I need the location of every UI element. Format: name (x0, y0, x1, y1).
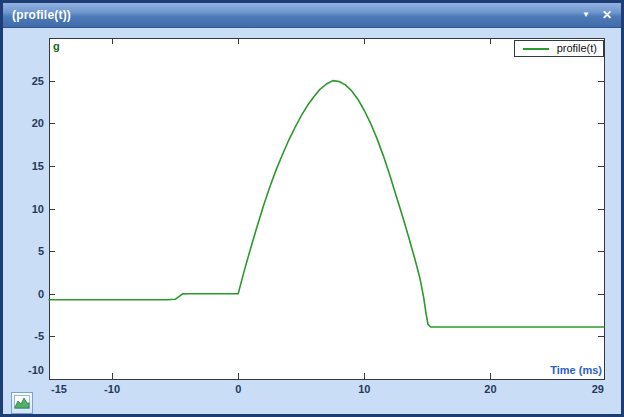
y-axis-unit-label: g (53, 40, 60, 52)
plot-canvas[interactable] (6, 31, 624, 417)
y-tick-label: 5 (6, 244, 44, 258)
y-tick-label: 20 (6, 116, 44, 130)
y-tick-label: 15 (6, 159, 44, 173)
y-tick-label: 0 (6, 287, 44, 301)
y-tick-label: -10 (6, 363, 44, 377)
x-tick-label: 0 (235, 383, 241, 395)
plot-window: (profile(t)) ▼ ✕ g Time (ms) profile(t) … (0, 0, 624, 417)
x-tick-label: 29 (592, 383, 604, 395)
x-axis-label: Time (ms) (550, 364, 602, 376)
x-tick-label: 10 (358, 383, 370, 395)
legend-series-label: profile(t) (557, 43, 597, 54)
y-tick-label: 25 (6, 74, 44, 88)
x-tick-label: 20 (484, 383, 496, 395)
titlebar-buttons: ▼ ✕ (582, 9, 612, 21)
mini-chart-icon (14, 395, 30, 412)
x-tick-label: -10 (104, 383, 120, 395)
dropdown-caret-icon[interactable]: ▼ (582, 11, 590, 19)
graph-area: g Time (ms) profile(t) 2520151050-5-10-1… (6, 31, 624, 417)
y-tick-label: 10 (6, 202, 44, 216)
y-tick-label: -5 (6, 329, 44, 343)
graph-palette-button[interactable] (11, 392, 33, 414)
window-title: (profile(t)) (12, 8, 71, 22)
titlebar[interactable]: (profile(t)) ▼ ✕ (3, 3, 621, 28)
legend[interactable]: profile(t) (514, 40, 604, 57)
legend-line-sample (523, 48, 549, 50)
plot-background (50, 39, 605, 380)
close-icon[interactable]: ✕ (602, 9, 612, 21)
x-tick-label: -15 (51, 383, 67, 395)
